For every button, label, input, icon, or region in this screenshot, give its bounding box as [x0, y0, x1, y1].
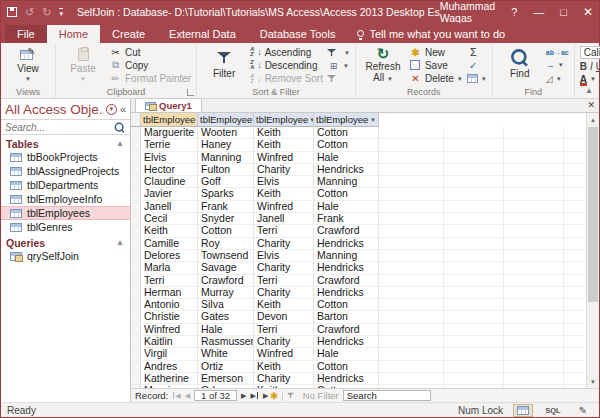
- find-button[interactable]: Find: [498, 46, 542, 85]
- cell[interactable]: Janell: [254, 213, 314, 224]
- cell[interactable]: Andres: [141, 361, 198, 372]
- filter-button[interactable]: Filter: [202, 46, 246, 85]
- cell[interactable]: Charity: [254, 373, 314, 384]
- cell[interactable]: Charity: [254, 262, 314, 273]
- cell[interactable]: Devon: [254, 311, 314, 322]
- cell[interactable]: Barton: [314, 311, 379, 322]
- cell[interactable]: Wooten: [198, 127, 254, 138]
- sidebar-item-table[interactable]: tblAssignedProjects: [1, 164, 130, 178]
- table-row[interactable]: Terri Crawford Terri Crawford: [131, 275, 586, 287]
- table-row[interactable]: Claudine Goff Elvis Manning: [131, 176, 586, 188]
- clipboard-dialog-launcher-icon[interactable]: [187, 89, 194, 96]
- cell[interactable]: Gates: [198, 311, 254, 322]
- cell[interactable]: Townsend: [198, 250, 254, 261]
- record-selector[interactable]: [131, 385, 141, 388]
- record-selector[interactable]: [131, 311, 141, 322]
- sidebar-item-table[interactable]: tblEmployees: [1, 206, 130, 220]
- italic-button[interactable]: I: [590, 61, 593, 72]
- cell[interactable]: Hale: [314, 348, 379, 359]
- redo-icon[interactable]: ↻: [42, 6, 51, 19]
- bold-button[interactable]: B: [580, 61, 587, 72]
- cell[interactable]: Fulton: [198, 164, 254, 175]
- cell[interactable]: Keith: [254, 188, 314, 199]
- cell[interactable]: Winfred: [141, 324, 198, 335]
- datasheet-view-button[interactable]: [513, 404, 533, 417]
- record-selector[interactable]: [131, 188, 141, 199]
- cell[interactable]: Terri: [254, 225, 314, 236]
- refresh-all-button[interactable]: ↻ Refresh All ▼: [361, 46, 405, 85]
- cell[interactable]: Rasmussen: [198, 336, 254, 347]
- record-selector[interactable]: [131, 176, 141, 187]
- cell[interactable]: Herman: [141, 287, 198, 298]
- next-record-icon[interactable]: ▶: [241, 392, 246, 400]
- cell[interactable]: Antonio: [141, 299, 198, 310]
- scroll-up-icon[interactable]: ▲: [587, 113, 599, 126]
- record-selector[interactable]: [131, 225, 141, 236]
- cell[interactable]: Keith: [254, 299, 314, 310]
- record-selector[interactable]: [131, 262, 141, 273]
- save-icon[interactable]: [7, 7, 17, 17]
- cell[interactable]: Charity: [254, 336, 314, 347]
- new-blank-record-icon[interactable]: ▶: [263, 392, 268, 400]
- cell[interactable]: Hendricks: [314, 262, 379, 273]
- collapse-ribbon-icon[interactable]: ▲: [585, 86, 593, 95]
- design-view-button[interactable]: ✎: [573, 404, 593, 417]
- format-painter-button[interactable]: ✏Format Painter: [109, 73, 191, 85]
- cell[interactable]: Goff: [198, 176, 254, 187]
- record-position[interactable]: 1 of 32: [194, 390, 237, 401]
- table-row[interactable]: Camille Roy Charity Hendricks: [131, 238, 586, 250]
- table-row[interactable]: Hector Fulton Charity Hendricks: [131, 164, 586, 176]
- tab-home[interactable]: Home: [47, 25, 100, 43]
- cell[interactable]: Cotton: [314, 361, 379, 372]
- cell[interactable]: Camille: [141, 238, 198, 249]
- record-selector[interactable]: [131, 201, 141, 212]
- record-selector[interactable]: [131, 361, 141, 372]
- cell[interactable]: Emerson: [198, 373, 254, 384]
- previous-record-icon[interactable]: ◀: [185, 392, 190, 400]
- sql-view-button[interactable]: SQL: [543, 404, 563, 417]
- cell[interactable]: Cecil: [141, 213, 198, 224]
- cell[interactable]: Marla: [141, 262, 198, 273]
- cell[interactable]: Cotton: [314, 188, 379, 199]
- advanced-filter-button[interactable]: ⊞▼: [327, 60, 350, 71]
- first-record-icon[interactable]: ◀: [172, 392, 180, 400]
- cell[interactable]: Ortiz: [198, 361, 254, 372]
- table-row[interactable]: Katherine Emerson Charity Hendricks: [131, 373, 586, 385]
- record-selector[interactable]: [131, 299, 141, 310]
- cell[interactable]: Cotton: [314, 299, 379, 310]
- cell[interactable]: Javier: [141, 188, 198, 199]
- view-button[interactable]: ✎ View ▼: [6, 46, 50, 85]
- cell[interactable]: Terri: [254, 275, 314, 286]
- sidebar-item-query[interactable]: qrySelfJoin: [1, 249, 130, 263]
- cell[interactable]: Haney: [198, 139, 254, 150]
- record-selector[interactable]: [131, 336, 141, 347]
- cell[interactable]: Crawford: [198, 275, 254, 286]
- record-selector[interactable]: [131, 238, 141, 249]
- totals-button[interactable]: Σ: [467, 46, 487, 58]
- customize-qat-icon[interactable]: ▾: [59, 8, 63, 17]
- record-search-input[interactable]: [343, 390, 431, 401]
- cell[interactable]: Hendricks: [314, 238, 379, 249]
- ascending-button[interactable]: AZ↓Ascending: [250, 46, 323, 58]
- column-header[interactable]: tblEmployee ▼: [141, 113, 198, 127]
- record-selector[interactable]: [131, 152, 141, 163]
- cell[interactable]: Charity: [254, 238, 314, 249]
- tell-me-box[interactable]: Tell me what you want to do: [347, 25, 515, 43]
- cell[interactable]: Katherine: [141, 373, 198, 384]
- cell[interactable]: Charity: [254, 164, 314, 175]
- table-row[interactable]: Antonio Silva Keith Cotton: [131, 299, 586, 311]
- cell[interactable]: Crawford: [314, 324, 379, 335]
- cell[interactable]: Manning: [198, 152, 254, 163]
- maximize-button[interactable]: □: [560, 6, 567, 18]
- table-row[interactable]: Herman Murray Charity Hendricks: [131, 287, 586, 299]
- sidebar-item-table[interactable]: tblGenres: [1, 220, 130, 234]
- cell[interactable]: Cotton: [314, 127, 379, 138]
- descending-button[interactable]: ZA↓Descending: [250, 59, 323, 71]
- spelling-button[interactable]: ✓: [467, 59, 487, 71]
- font-name-combo[interactable]: Calibri▼: [580, 46, 600, 59]
- table-row[interactable]: Margie Odom Keith Cotton: [131, 385, 586, 388]
- select-all-corner[interactable]: [131, 113, 141, 127]
- cell[interactable]: Silva: [198, 299, 254, 310]
- cell[interactable]: Keith: [254, 139, 314, 150]
- cell[interactable]: Terrie: [141, 139, 198, 150]
